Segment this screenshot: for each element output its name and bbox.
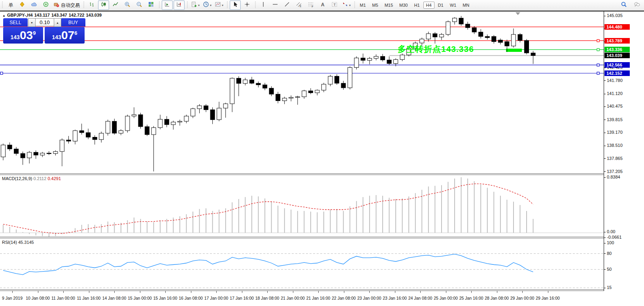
time-tick	[89, 291, 89, 293]
time-label: 9 Jan 2019	[2, 296, 23, 300]
tf-h4-button-label: H4	[426, 3, 432, 8]
sell-button[interactable]: SELL	[3, 18, 28, 27]
autotrading-button[interactable]: 自动交易	[52, 0, 81, 10]
tf-m1-button[interactable]: M1	[357, 2, 368, 9]
texta-icon: A	[319, 1, 326, 9]
time-tick	[318, 291, 319, 293]
tf-mn-button[interactable]: MN	[460, 2, 472, 9]
channel-button[interactable]: E	[293, 0, 304, 10]
cursor-button[interactable]	[230, 0, 241, 10]
price-tick: 141.120	[604, 91, 623, 96]
tf-m30-button[interactable]: M30	[397, 2, 410, 9]
tf-d1-button[interactable]: D1	[435, 2, 446, 9]
search-button[interactable]	[618, 0, 629, 10]
price-scale[interactable]: 145.035144.390143.730142.425141.780141.1…	[604, 11, 644, 291]
sell-price-button[interactable]: 143039	[3, 27, 43, 44]
indicators-button[interactable]: ▾	[190, 0, 201, 10]
tf-w1-button[interactable]: W1	[447, 2, 459, 9]
templates-button[interactable]: ▾	[213, 0, 225, 10]
buy-button[interactable]: BUY	[61, 18, 85, 27]
time-axis[interactable]: 9 Jan 201910 Jan 08:0011 Jan 00:0011 Jan…	[0, 291, 644, 306]
zoom-in-button[interactable]	[122, 0, 133, 10]
indicators-icon	[191, 1, 197, 9]
chevron-down-icon[interactable]: ▾	[198, 4, 200, 7]
tf-h1-button-label: H1	[414, 3, 419, 8]
cloud-icon	[31, 1, 37, 9]
new-order-button-label: 单	[9, 2, 13, 9]
macd-label: MACD(12,26,9) 0.2112 0.4291	[2, 176, 61, 181]
crosshair-button[interactable]	[242, 0, 253, 10]
time-label: 22 Jan 08:00	[332, 296, 356, 300]
label-button[interactable]: T	[329, 0, 340, 10]
tf-h4-button[interactable]: H4	[423, 2, 434, 9]
volume-input[interactable]	[36, 18, 54, 26]
auto-scroll-button[interactable]	[174, 0, 185, 10]
buy-price-button[interactable]: 143076	[45, 27, 85, 44]
candlestick-button[interactable]	[98, 0, 109, 10]
shift-icon	[164, 1, 170, 9]
zoom-out-button[interactable]	[134, 0, 145, 10]
main-chart-canvas[interactable]	[0, 11, 604, 173]
trendline-button[interactable]	[281, 0, 293, 10]
time-tick	[12, 291, 13, 293]
hline-price-label: 143.789	[604, 38, 630, 44]
crosshair-icon	[244, 1, 250, 9]
chat-button[interactable]	[631, 0, 642, 10]
ohlc-open: 143.117	[34, 13, 50, 17]
chevron-down-icon[interactable]: ▾	[210, 4, 212, 7]
hline-price-label: 144.480	[604, 24, 630, 30]
hline-price-label: 142.152	[604, 70, 630, 76]
time-label: 23 Jan 16:00	[383, 296, 407, 300]
volume-increment-button[interactable]: ▲	[54, 18, 61, 27]
time-label: 29 Jan 16:00	[536, 296, 560, 300]
hline-price-label: 143.336	[604, 47, 630, 52]
collapse-icon[interactable]: ▲	[2, 14, 6, 17]
vertical-line-button[interactable]	[258, 0, 269, 10]
rsi-value: 45.3145	[18, 240, 34, 245]
buy-price-big: 07	[61, 29, 74, 41]
rsi-panel-canvas[interactable]	[0, 238, 604, 289]
symbol-header: ▲GBPJPY-,H4143.117143.347142.722143.039	[2, 13, 103, 17]
macd-tick: 0.8384	[604, 175, 620, 179]
tf-m15-button-label: M15	[385, 3, 393, 8]
time-tick	[369, 291, 370, 293]
chevron-down-icon[interactable]: ▾	[222, 4, 223, 7]
time-label: 16 Jan 08:00	[179, 296, 203, 300]
market-watch-button[interactable]	[17, 0, 28, 10]
templates-icon	[215, 1, 221, 9]
arrows-button[interactable]: ▾	[341, 0, 352, 10]
time-tick	[497, 291, 497, 293]
time-tick	[293, 291, 293, 293]
macd-panel-canvas[interactable]	[0, 175, 604, 237]
tile-windows-button[interactable]	[145, 0, 157, 10]
tf-h1-button[interactable]: H1	[411, 2, 422, 9]
symbol-title: GBPJPY-,H4	[7, 13, 33, 17]
fibonacci-button[interactable]: F	[305, 0, 316, 10]
sell-price-prefix: 143	[11, 34, 20, 40]
new-order-button[interactable]: 单	[5, 0, 16, 10]
time-label: 17 Jan 16:00	[230, 296, 254, 300]
buy-price-sup: 6	[74, 30, 77, 36]
volume-decrement-button[interactable]: ▼	[28, 18, 36, 27]
buy-price-prefix: 143	[52, 34, 61, 40]
fibo-icon: F	[308, 1, 314, 9]
time-label: 21 Jan 16:00	[306, 296, 330, 300]
chevron-down-icon[interactable]: ▾	[349, 4, 351, 7]
chart-shift-button[interactable]	[162, 0, 173, 10]
horizontal-line-button[interactable]	[270, 0, 281, 10]
periods-button[interactable]: ▾	[202, 0, 213, 10]
tf-m5-button[interactable]: M5	[369, 2, 381, 9]
text-button[interactable]: A	[317, 0, 328, 10]
time-label: 25 Jan 00:00	[434, 296, 458, 300]
one-click-trade-panel: 143039 143076 SELL BUY ▼ ▲	[3, 18, 85, 44]
bar-chart-button[interactable]	[86, 0, 97, 10]
line-chart-button[interactable]	[110, 0, 121, 10]
sell-price-sup: 9	[33, 30, 36, 36]
signals-button[interactable]	[40, 0, 51, 10]
time-label: 11 Jan 16:00	[77, 296, 101, 300]
tf-m15-button[interactable]: M15	[382, 2, 396, 9]
rsi-tick: 100	[604, 240, 614, 245]
hline-icon	[272, 1, 278, 9]
time-label: 25 Jan 16:00	[459, 296, 483, 300]
publish-button[interactable]	[28, 0, 40, 10]
